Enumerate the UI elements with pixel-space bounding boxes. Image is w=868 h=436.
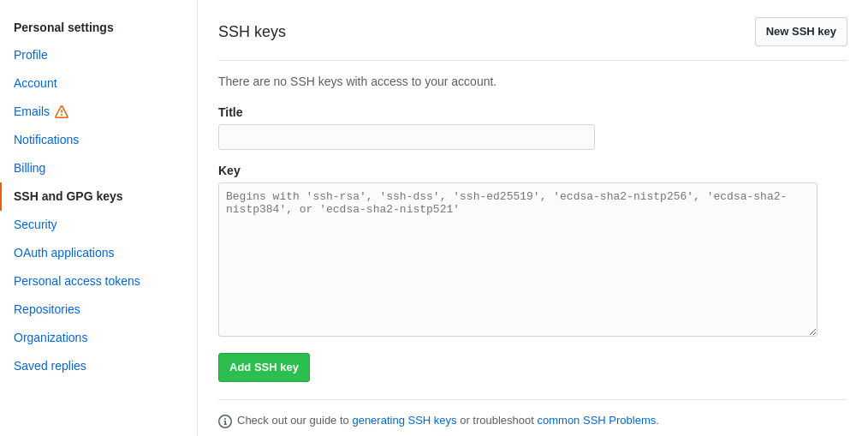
page-header: SSH keys New SSH key: [218, 17, 847, 61]
no-keys-message: There are no SSH keys with access to you…: [218, 75, 847, 88]
info-icon: [218, 415, 232, 428]
sidebar-heading: Personal settings: [0, 14, 197, 41]
key-textarea[interactable]: [218, 182, 817, 337]
sidebar-item-security[interactable]: Security: [0, 211, 197, 239]
footer-text: Check out our guide to generating SSH ke…: [237, 414, 659, 427]
sidebar-item-billing[interactable]: Billing: [0, 154, 197, 182]
sidebar-item-account[interactable]: Account: [0, 69, 197, 98]
sidebar-item-profile[interactable]: Profile: [0, 41, 197, 69]
page-title: SSH keys: [218, 23, 286, 41]
sidebar-item-emails[interactable]: Emails: [0, 98, 197, 126]
sidebar-item-notifications[interactable]: Notifications: [0, 126, 197, 154]
key-form-group: Key: [218, 164, 847, 339]
add-key-section: Add SSH key: [218, 353, 847, 382]
footer-text-between: or troubleshoot: [457, 414, 538, 427]
sidebar-item-organizations[interactable]: Organizations: [0, 324, 197, 352]
main-content: SSH keys New SSH key There are no SSH ke…: [198, 0, 868, 436]
footer-note: Check out our guide to generating SSH ke…: [218, 399, 847, 428]
footer-text-before-link1: Check out our guide to: [237, 414, 352, 427]
sidebar-item-saved-replies[interactable]: Saved replies: [0, 352, 197, 380]
new-ssh-key-button[interactable]: New SSH key: [755, 17, 847, 46]
sidebar-item-ssh-gpg-keys[interactable]: SSH and GPG keys: [0, 182, 197, 211]
title-input[interactable]: [218, 124, 595, 150]
emails-label: Emails: [14, 103, 50, 121]
sidebar-item-repositories[interactable]: Repositories: [0, 296, 197, 324]
title-form-group: Title: [218, 105, 847, 150]
sidebar-item-personal-access-tokens[interactable]: Personal access tokens: [0, 267, 197, 296]
warning-icon: [55, 105, 68, 119]
title-label: Title: [218, 105, 847, 119]
sidebar-item-oauth-applications[interactable]: OAuth applications: [0, 239, 197, 267]
key-label: Key: [218, 164, 847, 177]
common-ssh-problems-link[interactable]: common SSH Problems: [538, 414, 657, 427]
footer-text-after: .: [656, 414, 659, 427]
add-ssh-key-button[interactable]: Add SSH key: [218, 353, 310, 382]
sidebar: Personal settings Profile Account Emails…: [0, 0, 198, 436]
generating-ssh-keys-link[interactable]: generating SSH keys: [352, 414, 456, 427]
